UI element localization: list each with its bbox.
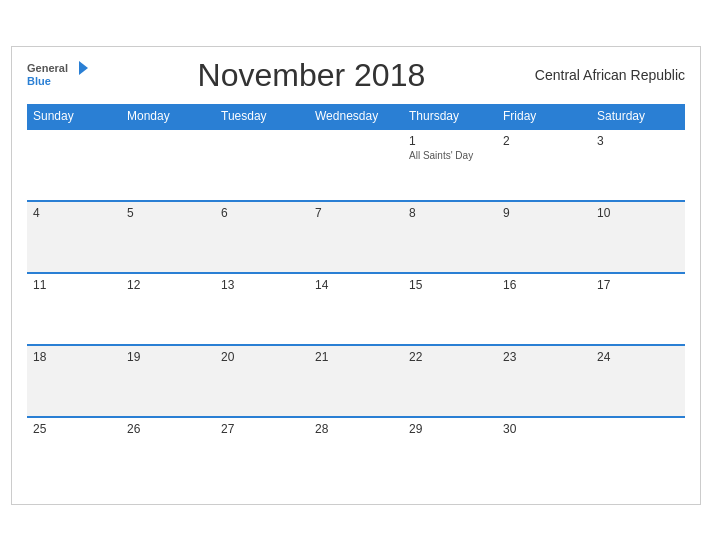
day-number: 16: [503, 278, 585, 292]
day-number: 12: [127, 278, 209, 292]
calendar-week-row: 252627282930: [27, 417, 685, 489]
day-number: 10: [597, 206, 679, 220]
day-number: 24: [597, 350, 679, 364]
calendar-day-cell: 14: [309, 273, 403, 345]
day-number: 25: [33, 422, 115, 436]
day-number: 2: [503, 134, 585, 148]
calendar-day-cell: 23: [497, 345, 591, 417]
calendar-day-cell: 20: [215, 345, 309, 417]
calendar-day-cell: 26: [121, 417, 215, 489]
calendar-day-cell: 18: [27, 345, 121, 417]
day-number: 21: [315, 350, 397, 364]
calendar-day-cell: 27: [215, 417, 309, 489]
day-number: 8: [409, 206, 491, 220]
weekday-header: Saturday: [591, 104, 685, 129]
day-number: 9: [503, 206, 585, 220]
day-number: 14: [315, 278, 397, 292]
calendar-day-cell: 10: [591, 201, 685, 273]
calendar-day-cell: 8: [403, 201, 497, 273]
logo-flag-icon: [70, 61, 88, 75]
day-number: 5: [127, 206, 209, 220]
calendar-day-cell: 6: [215, 201, 309, 273]
day-number: 13: [221, 278, 303, 292]
calendar-day-cell: 13: [215, 273, 309, 345]
calendar-day-cell: 29: [403, 417, 497, 489]
holiday-name: All Saints' Day: [409, 150, 491, 161]
calendar-week-row: 18192021222324: [27, 345, 685, 417]
calendar-day-cell: [27, 129, 121, 201]
country-name: Central African Republic: [535, 67, 685, 83]
calendar-day-cell: [591, 417, 685, 489]
calendar-day-cell: 30: [497, 417, 591, 489]
month-title: November 2018: [198, 57, 426, 94]
day-number: 23: [503, 350, 585, 364]
day-number: 30: [503, 422, 585, 436]
calendar-day-cell: 5: [121, 201, 215, 273]
logo-blue-text: Blue: [27, 75, 88, 88]
calendar-day-cell: 1All Saints' Day: [403, 129, 497, 201]
day-number: 1: [409, 134, 491, 148]
day-number: 18: [33, 350, 115, 364]
calendar-day-cell: 2: [497, 129, 591, 201]
day-number: 11: [33, 278, 115, 292]
day-number: 7: [315, 206, 397, 220]
weekday-header: Wednesday: [309, 104, 403, 129]
weekday-header: Tuesday: [215, 104, 309, 129]
calendar-day-cell: 25: [27, 417, 121, 489]
day-number: 15: [409, 278, 491, 292]
day-number: 6: [221, 206, 303, 220]
weekday-header-row: SundayMondayTuesdayWednesdayThursdayFrid…: [27, 104, 685, 129]
calendar-day-cell: 19: [121, 345, 215, 417]
calendar-week-row: 1All Saints' Day23: [27, 129, 685, 201]
logo: General Blue: [27, 61, 88, 88]
day-number: 20: [221, 350, 303, 364]
day-number: 22: [409, 350, 491, 364]
weekday-header: Monday: [121, 104, 215, 129]
calendar-week-row: 11121314151617: [27, 273, 685, 345]
day-number: 29: [409, 422, 491, 436]
calendar-day-cell: 22: [403, 345, 497, 417]
calendar-header: General Blue November 2018 Central Afric…: [27, 57, 685, 94]
calendar-day-cell: [121, 129, 215, 201]
day-number: 26: [127, 422, 209, 436]
calendar-day-cell: 9: [497, 201, 591, 273]
weekday-header: Sunday: [27, 104, 121, 129]
weekday-header: Thursday: [403, 104, 497, 129]
calendar-day-cell: 15: [403, 273, 497, 345]
day-number: 3: [597, 134, 679, 148]
calendar-day-cell: 4: [27, 201, 121, 273]
calendar-day-cell: 21: [309, 345, 403, 417]
day-number: 4: [33, 206, 115, 220]
calendar-day-cell: 24: [591, 345, 685, 417]
calendar-day-cell: 11: [27, 273, 121, 345]
svg-marker-0: [79, 61, 88, 75]
day-number: 28: [315, 422, 397, 436]
calendar-container: General Blue November 2018 Central Afric…: [11, 46, 701, 505]
day-number: 17: [597, 278, 679, 292]
calendar-day-cell: 3: [591, 129, 685, 201]
calendar-day-cell: 16: [497, 273, 591, 345]
calendar-table: SundayMondayTuesdayWednesdayThursdayFrid…: [27, 104, 685, 489]
calendar-day-cell: [215, 129, 309, 201]
calendar-day-cell: 17: [591, 273, 685, 345]
calendar-day-cell: 7: [309, 201, 403, 273]
day-number: 19: [127, 350, 209, 364]
calendar-day-cell: [309, 129, 403, 201]
weekday-header: Friday: [497, 104, 591, 129]
calendar-day-cell: 12: [121, 273, 215, 345]
calendar-week-row: 45678910: [27, 201, 685, 273]
calendar-day-cell: 28: [309, 417, 403, 489]
day-number: 27: [221, 422, 303, 436]
logo-general-text: General: [27, 62, 68, 75]
